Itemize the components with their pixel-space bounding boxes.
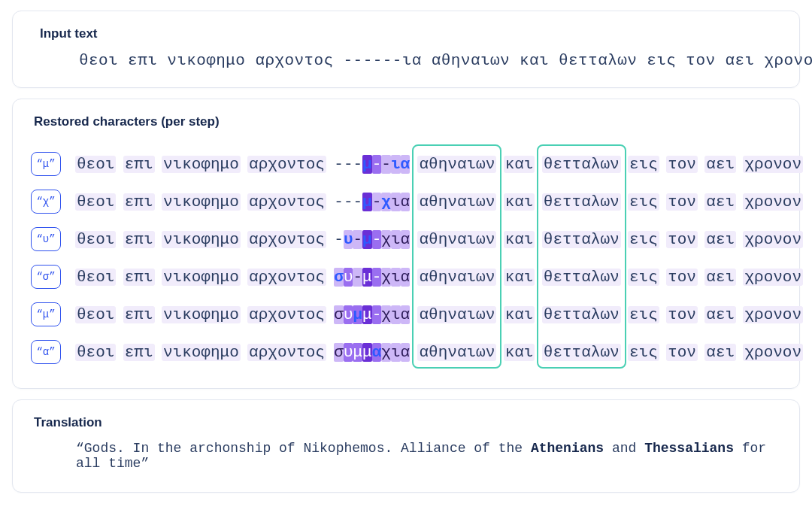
word: θετταλων (542, 193, 621, 211)
panel-translation: Translation “Gods. In the archonship of … (12, 399, 800, 493)
word: και (504, 269, 535, 286)
restored-char: υ (344, 230, 353, 249)
restored-char: - (353, 268, 362, 287)
word: εις (628, 269, 659, 286)
word: και (504, 231, 535, 248)
step-chip: “υ” (31, 227, 61, 251)
word: τον (666, 269, 698, 286)
restored-char: ι (391, 343, 401, 362)
restored-cluster: συμμ-χια (332, 305, 411, 324)
step-chip: “μ” (31, 152, 61, 176)
restored-cluster: ---μ--ια (332, 155, 411, 174)
translation-line: “Gods. In the archonship of Nikophemos. … (29, 438, 783, 475)
word: επι (123, 269, 155, 286)
word: αρχοντος (247, 193, 326, 211)
restored-char: σ (334, 305, 344, 324)
restored-char: ι (391, 193, 401, 211)
step-sentence: θεοιεπινικοφημοαρχοντος---μ-χιααθηναιωνκ… (70, 191, 812, 213)
restored-char: ι (391, 155, 401, 174)
restored-char: χ (381, 343, 391, 362)
word: χρονον (743, 231, 803, 248)
restored-char: α (401, 305, 411, 324)
restored-char: - (344, 193, 353, 211)
restored-char: α (372, 343, 382, 362)
word: εις (628, 156, 659, 173)
word: εις (628, 193, 659, 211)
restored-char: μ (362, 193, 372, 211)
word: επι (123, 231, 155, 248)
word: χρονον (743, 269, 803, 286)
restored-char: χ (381, 230, 391, 249)
word: εις (628, 306, 659, 323)
word: θετταλων (542, 344, 621, 361)
word: εις (628, 231, 659, 248)
restored-char: - (381, 155, 391, 174)
word: επι (123, 344, 155, 361)
restored-char: σ (334, 268, 344, 287)
restored-char: μ (362, 230, 372, 249)
step-sentence: θεοιεπινικοφημοαρχοντοςσυ-μ-χιααθηναιωνκ… (70, 266, 812, 288)
word: θεοι (75, 269, 116, 286)
step-chip: “μ” (31, 302, 61, 326)
restored-char: μ (362, 155, 372, 174)
step-sentence: θεοιεπινικοφημοαρχοντος---μ--ιααθηναιωνκ… (70, 153, 812, 175)
word: αθηναιων (417, 193, 496, 211)
translation-segment: “Gods. In the archonship of Nikophemos. … (76, 441, 531, 456)
word: αρχοντος (247, 344, 326, 361)
restored-cluster: -υ-μ-χια (332, 230, 411, 249)
restored-char: υ (344, 305, 353, 324)
restored-char: μ (362, 305, 372, 324)
restored-char: ι (391, 268, 401, 287)
step-row: “υ”θεοιεπινικοφημοαρχοντος-υ-μ-χιααθηναι… (29, 227, 783, 251)
translation-bold-term: Athenians (531, 441, 604, 456)
word: και (504, 306, 535, 323)
word: νικοφημο (162, 306, 241, 323)
step-sentence: θεοιεπινικοφημοαρχοντος-υ-μ-χιααθηναιωνκ… (70, 229, 812, 250)
word: αθηναιων (417, 306, 496, 323)
restored-char: α (401, 343, 411, 362)
restored-char: α (401, 193, 411, 211)
word: τον (666, 193, 698, 211)
word: εις (628, 344, 659, 361)
step-row: “α”θεοιεπινικοφημοαρχοντοςσυμμαχιααθηναι… (29, 340, 783, 364)
panel-steps: Restored characters (per step) “μ”θεοιεπ… (12, 99, 800, 389)
restored-char: μ (353, 305, 362, 324)
restored-char: ι (391, 230, 401, 249)
panel-input-text: Input text θεοι επι νικοφημο αρχοντος --… (12, 11, 800, 88)
word: τον (666, 306, 698, 323)
word: τον (666, 344, 698, 361)
restored-cluster: συμμαχια (332, 343, 411, 362)
word: θετταλων (542, 306, 621, 323)
restored-char: - (372, 155, 382, 174)
word: αει (704, 156, 736, 173)
step-row: “χ”θεοιεπινικοφημοαρχοντος---μ-χιααθηναι… (29, 190, 783, 214)
word: νικοφημο (162, 156, 241, 173)
word: θεοι (75, 344, 116, 361)
word: αει (704, 344, 736, 361)
step-chip: “σ” (31, 265, 61, 289)
step-row: “σ”θεοιεπινικοφημοαρχοντοςσυ-μ-χιααθηναι… (29, 265, 783, 289)
steps-body: “μ”θεοιεπινικοφημοαρχοντος---μ--ιααθηναι… (29, 137, 783, 372)
steps-list: “μ”θεοιεπινικοφημοαρχοντος---μ--ιααθηναι… (29, 137, 783, 364)
restored-char: - (353, 193, 362, 211)
word: νικοφημο (162, 344, 241, 361)
word: αθηναιων (417, 231, 496, 248)
word: επι (123, 306, 155, 323)
word: θετταλων (542, 269, 621, 286)
step-sentence: θεοιεπινικοφημοαρχοντοςσυμμαχιααθηναιωνκ… (70, 341, 812, 363)
restored-char: - (344, 155, 353, 174)
restored-cluster: ---μ-χια (332, 193, 411, 211)
word: αρχοντος (247, 269, 326, 286)
restored-char: μ (362, 343, 372, 362)
page-root: Input text θεοι επι νικοφημο αρχοντος --… (0, 0, 812, 525)
word: νικοφημο (162, 231, 241, 248)
restored-char: χ (381, 268, 391, 287)
restored-char: ι (391, 305, 401, 324)
restored-cluster: συ-μ-χια (332, 268, 411, 287)
restored-char: - (334, 193, 344, 211)
word: αει (704, 231, 736, 248)
word: νικοφημο (162, 193, 241, 211)
word: αθηναιων (417, 156, 496, 173)
word: θετταλων (542, 231, 621, 248)
step-row: “μ”θεοιεπινικοφημοαρχοντοςσυμμ-χιααθηναι… (29, 302, 783, 326)
